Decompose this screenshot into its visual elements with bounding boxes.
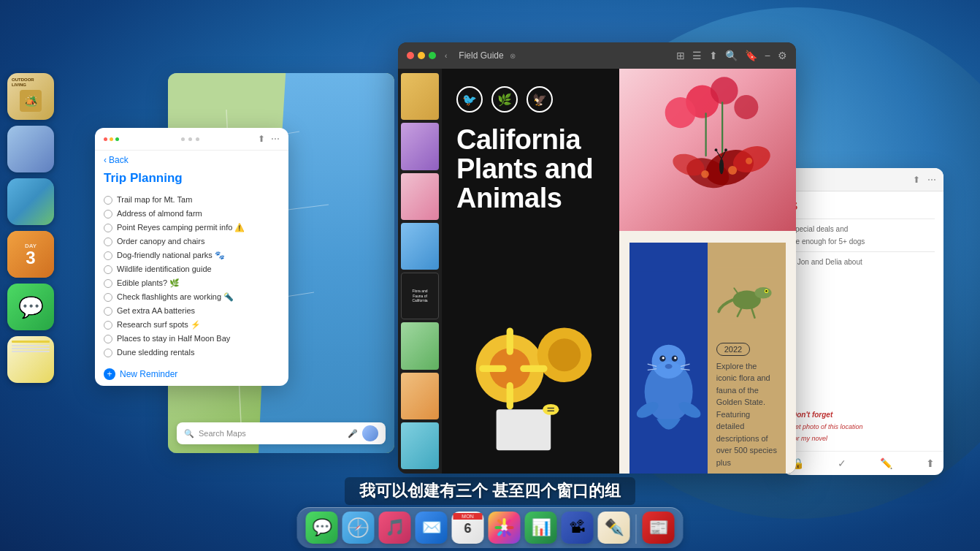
subtitle-text: 我可以创建有三个 甚至四个窗口的组 (345, 477, 635, 505)
news-icon: 📰 (648, 518, 668, 537)
sidebar-app-messages-small[interactable]: 💬 (7, 284, 54, 330)
book-description-text: Explore the iconic flora and fauna of th… (716, 360, 777, 469)
thumbnail-6[interactable] (401, 322, 439, 369)
maximize-dot[interactable] (115, 137, 119, 141)
notes-titlebar: ⬆ ⋯ (783, 168, 943, 191)
svg-rect-67 (497, 519, 502, 525)
reminders-list: Trail map for Mt. Tam Address of almond … (95, 190, 288, 362)
reminder-item[interactable]: Dune sledding rentals (104, 346, 280, 360)
books-tab-label[interactable]: Field Guide (459, 50, 503, 61)
sidebar-app-notes-small[interactable] (7, 336, 54, 383)
books-titlebar: ‹ Field Guide ⊗ ⊞ ☰ ⬆ 🔍 🔖 − ⚙ (398, 42, 796, 69)
dock-calendar[interactable]: MON 6 (452, 512, 484, 544)
reminder-item[interactable]: Edible plants? 🌿 (104, 276, 280, 290)
sidebar-app-photo[interactable] (7, 126, 54, 172)
new-reminder-button[interactable]: + New Reminder (95, 362, 288, 386)
svg-rect-29 (479, 365, 506, 371)
back-button[interactable]: ‹ Back (104, 155, 129, 165)
reminder-item[interactable]: Wildlife identification guide (104, 262, 280, 276)
reminder-item[interactable]: Point Reyes camping permit info ⚠️ (104, 221, 280, 235)
dock-safari[interactable] (342, 512, 375, 544)
book-icons-row: 🐦 🌿 🦅 (456, 86, 605, 113)
reminder-item[interactable]: Research surf spots ⚡ (104, 318, 280, 332)
thumbnail-4[interactable] (401, 223, 439, 270)
book-description-section: 2022 Explore the iconic flora and fauna … (619, 231, 797, 474)
notes-share-bottom-icon[interactable]: ⬆ (926, 457, 935, 469)
leaf-icon: 🌿 (491, 86, 518, 113)
list-icon[interactable]: ☰ (692, 50, 702, 61)
thumbnail-8[interactable] (401, 422, 439, 469)
reminder-circle (104, 349, 112, 357)
svg-rect-68 (505, 519, 511, 525)
notes-menu-icon[interactable]: ⋯ (927, 175, 936, 185)
reminder-item[interactable]: Places to stay in Half Moon Bay (104, 332, 280, 346)
minimize-dot[interactable] (110, 137, 113, 141)
grid-icon[interactable]: ⊞ (676, 50, 685, 61)
back-chevron[interactable]: ‹ (445, 52, 447, 60)
settings-icon[interactable]: ⚙ (778, 50, 787, 61)
svg-rect-31 (497, 409, 551, 450)
seal-illustration (629, 243, 708, 474)
reminder-item[interactable]: Order canopy and chairs (104, 235, 280, 248)
bookmark-icon[interactable]: 🔖 (745, 50, 757, 61)
dock-news[interactable]: 📰 (643, 512, 675, 544)
thumbnail-7[interactable] (401, 373, 439, 419)
dock-keynote[interactable]: 📽 (562, 512, 594, 544)
maximize-button[interactable] (429, 52, 436, 59)
svg-point-42 (665, 364, 672, 369)
dock-messages[interactable]: 💬 (306, 512, 338, 544)
titlebar-icons: ⬆ ⋯ (258, 134, 280, 144)
reminders-nav: ‹ Back (95, 151, 288, 170)
sidebar-app-map-thumb[interactable] (7, 178, 54, 225)
reminder-item[interactable]: Trail map for Mt. Tam (104, 193, 280, 207)
svg-rect-69 (497, 531, 502, 536)
minimize-button[interactable] (418, 52, 425, 59)
thumbnail-2[interactable] (401, 123, 439, 170)
notes-share-icon[interactable]: ⬆ (913, 175, 920, 185)
book-flowers-section (619, 69, 797, 231)
window-controls (104, 137, 119, 141)
close-dot[interactable] (104, 137, 107, 141)
book-bottom-left (442, 231, 619, 474)
notes-check-icon[interactable]: ✓ (838, 457, 846, 469)
search-icon-books[interactable]: 🔍 (725, 50, 738, 61)
pen-icon: ✒️ (604, 518, 624, 537)
reminder-circle (104, 196, 112, 205)
notes-content: S special deals and ge enough for 5+ dog… (783, 191, 943, 451)
sidebar-app-day3[interactable]: DAY 3 (7, 231, 54, 278)
dock-music[interactable]: 🎵 (379, 512, 411, 544)
svg-rect-10 (721, 102, 723, 156)
reminder-item[interactable]: Dog-friendly national parks 🐾 (104, 248, 280, 262)
notes-edit-icon[interactable]: ✏️ (880, 457, 892, 469)
user-avatar[interactable] (362, 425, 378, 441)
share-icon[interactable]: ⬆ (258, 134, 265, 144)
minus-icon[interactable]: − (765, 50, 770, 61)
sidebar-app-outdoor[interactable]: OUTDOORLIVING 🏕️ (7, 73, 54, 120)
eagle-icon: 🦅 (527, 86, 553, 113)
reminder-item[interactable]: Address of almond farm (104, 207, 280, 221)
share-icon-books[interactable]: ⬆ (709, 50, 718, 61)
dock-mail[interactable]: ✉️ (416, 512, 448, 544)
reminder-circle (104, 279, 112, 288)
svg-rect-66 (507, 526, 514, 529)
thumbnail-1[interactable] (401, 73, 439, 120)
year-badge: 2022 (716, 342, 777, 356)
tab-close-icon[interactable]: ⊗ (510, 52, 516, 60)
yellow-flowers-illustration (442, 231, 619, 474)
dock-pen-app[interactable]: ✒️ (598, 512, 630, 544)
svg-point-32 (543, 404, 559, 415)
extra-dot-3 (196, 137, 199, 141)
thumbnail-5[interactable]: Flora andFauna ofCalifornia (401, 273, 439, 319)
numbers-icon: 📊 (531, 518, 551, 537)
close-button[interactable] (407, 52, 414, 59)
map-search-bar[interactable]: 🔍 Search Maps 🎤 (177, 422, 386, 444)
reminder-item[interactable]: Check flashlights are working 🔦 (104, 290, 280, 304)
extra-dot-2 (188, 137, 192, 141)
mic-icon[interactable]: 🎤 (348, 429, 358, 438)
svg-rect-30 (520, 365, 547, 371)
thumbnail-3[interactable] (401, 173, 439, 220)
dock-photos[interactable] (489, 512, 521, 544)
menu-icon[interactable]: ⋯ (271, 134, 280, 144)
dock-numbers[interactable]: 📊 (525, 512, 557, 544)
reminder-item[interactable]: Get extra AA batteries (104, 304, 280, 318)
